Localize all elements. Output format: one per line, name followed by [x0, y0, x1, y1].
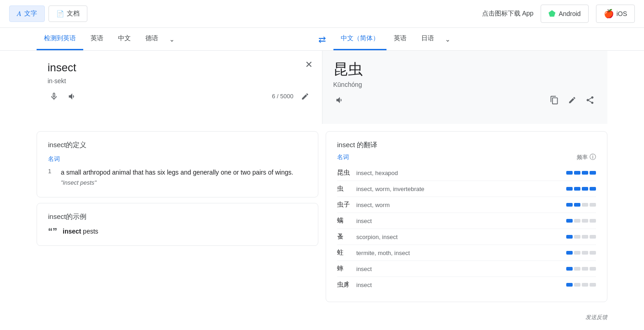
- doc-tab[interactable]: 📄 文档: [48, 5, 87, 22]
- translation-row: 虫insect, worm, invertebrate: [337, 181, 596, 197]
- target-lang-more[interactable]: ⌄: [441, 29, 454, 49]
- translations-title: insect 的翻译: [337, 141, 596, 149]
- translation-row: 螨insect: [337, 213, 596, 229]
- trans-chinese-5: 蛀: [337, 249, 351, 257]
- freq-bar: [590, 251, 596, 255]
- definition-title: insect的定义: [48, 141, 307, 149]
- definition-item: 1 a small arthropod animal that has six …: [48, 168, 307, 186]
- trans-meanings-6: insect: [356, 266, 561, 272]
- freq-bar: [574, 203, 580, 207]
- target-speaker-btn[interactable]: [333, 94, 346, 106]
- text-tab[interactable]: 𝐴 文字: [9, 5, 45, 22]
- download-label: 点击图标下载 App: [482, 10, 534, 18]
- trans-chinese-7: 虫豸: [337, 281, 351, 289]
- translations-panel: insect 的翻译 名词 频率 ⓘ 昆虫insect, hexapod虫ins…: [326, 131, 607, 302]
- trans-meanings-5: termite, moth, insect: [356, 250, 561, 256]
- example-bold: insect: [63, 228, 81, 235]
- lang-bar: 检测到英语 英语 中文 德语 ⌄ ⇄ 中文（简体） 英语 日语 ⌄: [0, 28, 644, 51]
- freq-bar: [582, 171, 588, 175]
- char-count: 6 / 5000: [272, 93, 294, 100]
- freq-bar: [566, 171, 573, 175]
- source-panel: insect in·sekt ✕ 6 / 5000: [37, 51, 322, 124]
- example-title: insect的示例: [48, 213, 307, 221]
- freq-bars-4: [566, 235, 596, 239]
- freq-bar: [590, 283, 596, 287]
- freq-bars-1: [566, 187, 596, 191]
- android-btn[interactable]: ⬟ Android: [541, 5, 588, 23]
- target-actions: [333, 94, 597, 106]
- freq-bar: [566, 283, 573, 287]
- trans-meanings-7: insect: [356, 282, 561, 288]
- def-number: 1: [48, 168, 55, 186]
- edit-btn[interactable]: [299, 90, 311, 102]
- freq-bar: [566, 203, 573, 207]
- target-lang-section: 中文（简体） 英语 日语 ⌄: [333, 28, 608, 50]
- example-item: “” insect pests: [48, 227, 307, 236]
- trans-chinese-6: 蟀: [337, 265, 351, 273]
- freq-text: 频率: [577, 154, 588, 161]
- translation-area: insect in·sekt ✕ 6 / 5000 昆虫 Kūnchóng: [0, 51, 644, 124]
- source-lang-more[interactable]: ⌄: [166, 29, 178, 49]
- target-lang-tab-0[interactable]: 中文（简体）: [333, 28, 386, 50]
- trans-chinese-4: 蚤: [337, 233, 351, 241]
- translation-row: 蚤scorpion, insect: [337, 229, 596, 245]
- target-panel: 昆虫 Kūnchóng: [322, 51, 608, 124]
- freq-bar: [566, 219, 573, 223]
- info-icon: ⓘ: [590, 153, 596, 161]
- target-lang-tab-1[interactable]: 英语: [386, 28, 414, 50]
- share-btn[interactable]: [584, 94, 596, 106]
- edit-translation-btn[interactable]: [566, 94, 578, 106]
- freq-bar: [590, 187, 596, 191]
- translation-row: 虫子insect, worm: [337, 197, 596, 213]
- freq-bar: [574, 267, 580, 271]
- source-actions: 6 / 5000: [48, 90, 311, 103]
- trans-meanings-1: insect, worm, invertebrate: [356, 186, 561, 192]
- apple-icon: 🍎: [604, 9, 614, 19]
- top-bar: 𝐴 文字 📄 文档 点击图标下载 App ⬟ Android 🍎 iOS: [0, 0, 644, 28]
- freq-bar: [590, 171, 596, 175]
- trans-chinese-1: 虫: [337, 185, 351, 193]
- app-download-area: 点击图标下载 App ⬟ Android 🍎 iOS: [482, 5, 635, 23]
- freq-bar: [582, 251, 588, 255]
- def-text: a small arthropod animal that has six le…: [61, 168, 293, 177]
- android-label: Android: [558, 10, 580, 17]
- trans-chinese-2: 虫子: [337, 201, 351, 209]
- ios-btn[interactable]: 🍎 iOS: [596, 5, 635, 23]
- mic-btn[interactable]: [48, 90, 60, 103]
- freq-bar: [574, 251, 580, 255]
- freq-bar: [590, 219, 596, 223]
- definition-panel: insect的定义 名词 1 a small arthropod animal …: [37, 131, 318, 302]
- freq-bar: [582, 267, 588, 271]
- translation-row: 昆虫insect, hexapod: [337, 165, 596, 181]
- source-lang-tab-0[interactable]: 检测到英语: [37, 28, 83, 50]
- translations-pos: 名词: [337, 153, 349, 161]
- freq-bar: [574, 283, 580, 287]
- swap-languages-btn[interactable]: ⇄: [311, 30, 333, 48]
- trans-meanings-4: scorpion, insect: [356, 234, 561, 240]
- footer: 发送反馈: [0, 309, 644, 325]
- android-icon: ⬟: [548, 9, 556, 19]
- freq-bar: [590, 235, 596, 239]
- trans-chinese-3: 螨: [337, 217, 351, 225]
- freq-bars-3: [566, 219, 596, 223]
- freq-bar: [590, 203, 596, 207]
- source-lang-tab-1[interactable]: 英语: [83, 28, 111, 50]
- feedback-link[interactable]: 发送反馈: [585, 314, 607, 320]
- freq-bars-7: [566, 283, 596, 287]
- target-lang-tab-2[interactable]: 日语: [414, 28, 441, 50]
- copy-btn[interactable]: [548, 94, 561, 106]
- source-lang-tab-2[interactable]: 中文: [111, 28, 138, 50]
- quote-icon: “”: [48, 227, 57, 236]
- translation-rows: 昆虫insect, hexapod虫insect, worm, inverteb…: [337, 165, 596, 293]
- mode-tabs: 𝐴 文字 📄 文档: [9, 5, 87, 22]
- freq-bar: [582, 219, 588, 223]
- trans-meanings-3: insect: [356, 218, 561, 224]
- speaker-btn[interactable]: [66, 90, 79, 103]
- freq-bars-2: [566, 203, 596, 207]
- clear-input-btn[interactable]: ✕: [305, 60, 313, 69]
- freq-bar: [582, 283, 588, 287]
- freq-bar: [566, 235, 573, 239]
- source-lang-tab-3[interactable]: 德语: [138, 28, 166, 50]
- doc-icon: 📄: [56, 10, 64, 17]
- freq-bar: [590, 267, 596, 271]
